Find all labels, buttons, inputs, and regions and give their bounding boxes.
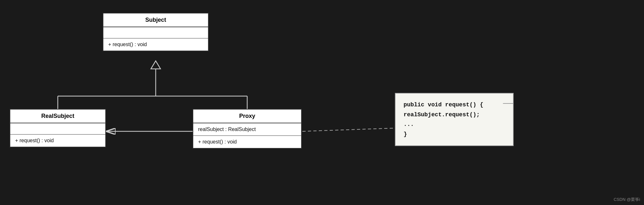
proxy-methods: + request() : void xyxy=(193,136,301,148)
realsubject-box: RealSubject + request() : void xyxy=(10,109,106,147)
note-box: public void request() { realSubject.requ… xyxy=(395,93,514,146)
proxy-method-request: + request() : void xyxy=(198,139,237,144)
realsubject-methods: + request() : void xyxy=(10,135,105,147)
proxy-attribute-realsubject: realSubject : RealSubject xyxy=(198,127,256,132)
svg-line-8 xyxy=(302,128,394,131)
note-line1: public void request() { xyxy=(404,100,505,110)
realsubject-header: RealSubject xyxy=(10,110,105,123)
subject-methods: + request() : void xyxy=(103,38,208,51)
subject-attributes xyxy=(103,27,208,38)
note-line4: } xyxy=(404,129,505,139)
proxy-attributes: realSubject : RealSubject xyxy=(193,123,301,136)
realsubject-attributes xyxy=(10,123,105,135)
diagram-container: Subject + request() : void RealSubject +… xyxy=(0,0,644,205)
note-line2: realSubject.request(); xyxy=(404,110,505,120)
svg-marker-4 xyxy=(151,61,161,69)
connectors-svg xyxy=(0,0,644,205)
proxy-box: Proxy realSubject : RealSubject + reques… xyxy=(193,109,302,149)
subject-box: Subject + request() : void xyxy=(103,13,209,51)
watermark: CSDN @栗筝i xyxy=(614,197,640,202)
proxy-header: Proxy xyxy=(193,110,301,123)
realsubject-method-request: + request() : void xyxy=(15,138,54,143)
subject-header: Subject xyxy=(103,13,208,27)
subject-method-request: + request() : void xyxy=(108,42,147,47)
note-line3: ... xyxy=(404,119,505,129)
